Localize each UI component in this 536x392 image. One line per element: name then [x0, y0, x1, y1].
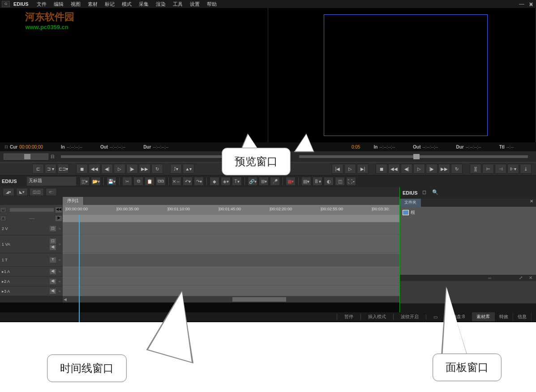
dur-value-r[interactable]: --:--:--;--	[466, 145, 481, 149]
marker-button[interactable]: ◈▾	[221, 177, 231, 186]
next-frame-button-r[interactable]: |▶	[426, 164, 437, 174]
in-value-l[interactable]: --:--:--;--	[67, 145, 82, 149]
minimize-icon[interactable]: —	[519, 1, 524, 7]
ttl-value[interactable]: --:--	[506, 145, 514, 149]
split-button[interactable]: ⊢	[482, 164, 494, 174]
in-value-r[interactable]: --:--:--;--	[379, 145, 395, 149]
bottom-tab-info[interactable]: 信息	[513, 312, 532, 321]
menu-clip[interactable]: 素材	[84, 1, 101, 8]
project-name[interactable]: 无标题	[27, 177, 76, 186]
track-lane-2a[interactable]	[63, 277, 399, 286]
next-edit-button[interactable]: ▶|	[357, 164, 369, 174]
mixer-button[interactable]: 🎚▾	[313, 177, 322, 186]
track-header-3a[interactable]: ▸3 A ◀) ≈	[0, 286, 63, 296]
track-lane-3a[interactable]	[63, 286, 399, 296]
program-preview[interactable]	[268, 8, 536, 142]
set-in-button[interactable]: ⊏	[32, 164, 44, 174]
loop-button-l[interactable]: ↻	[151, 164, 163, 174]
group-button[interactable]: ⊞▾	[259, 177, 269, 186]
sequence-tab[interactable]: 序列1	[63, 197, 84, 205]
fforward-button-r[interactable]: ▶▶	[438, 164, 450, 174]
bottom-tab-bin[interactable]: 素材库	[472, 312, 495, 321]
menu-view[interactable]: 视图	[67, 1, 84, 8]
color-button[interactable]: ◐	[324, 177, 334, 186]
new-sequence-button[interactable]: ◫▾	[80, 177, 90, 186]
title-toggle-icon[interactable]: T	[50, 257, 56, 263]
menu-tools[interactable]: 工具	[169, 1, 186, 8]
export-button[interactable]: ⤓	[520, 164, 532, 174]
folder-icon[interactable]: ◻	[422, 189, 430, 196]
prev-frame-button-r[interactable]: ◀|	[401, 164, 412, 174]
timeline-ruler[interactable]: |00:00:00:00 |00:00:35:00 |00:01:10:00 |…	[63, 205, 399, 215]
goto-end-icon[interactable]: |▶	[56, 216, 62, 221]
track-header-1a[interactable]: ▸1 A ◀) ≈	[0, 267, 63, 277]
menu-edit[interactable]: 编辑	[50, 1, 67, 8]
program-scrubber[interactable]	[299, 155, 528, 158]
render-region-button[interactable]: ▦▾	[286, 177, 296, 186]
insert-button[interactable]: ⤴▾	[170, 164, 182, 174]
track-header-1t[interactable]: 1 T T ≈	[0, 253, 63, 267]
audio-toggle-icon[interactable]: ◀)	[50, 269, 56, 274]
track-header-1va[interactable]: 1 VA 日 ◀) ≈	[0, 235, 63, 253]
video-toggle-icon[interactable]: 日	[50, 239, 56, 244]
folder-tab[interactable]: 文件夹	[400, 199, 421, 207]
copy-button[interactable]: ⧉	[133, 177, 143, 186]
cut-button[interactable]: ✂	[122, 177, 132, 186]
tree-root-item[interactable]: 根	[402, 209, 534, 217]
play-button-r[interactable]: ▷	[413, 164, 425, 174]
menu-file[interactable]: 文件	[33, 1, 50, 8]
layout2-button[interactable]: ◫	[335, 177, 345, 186]
play-around-button[interactable]: ▷	[344, 164, 356, 174]
mic-button[interactable]: 🎤	[270, 177, 280, 186]
snap-button[interactable]: ◆	[210, 177, 219, 186]
out-value-r[interactable]: --:--:--;--	[422, 145, 438, 149]
loop-button-r[interactable]: ↻	[451, 164, 463, 174]
rewind-button-r[interactable]: ◀◀	[388, 164, 400, 174]
paste-button[interactable]: 📋	[145, 177, 154, 186]
paste-attr-button[interactable]: ⧉⧉	[156, 177, 166, 186]
bin-content-area[interactable]	[400, 281, 536, 303]
fullscreen-button[interactable]: ⛶▾	[346, 177, 356, 186]
sub-close-icon[interactable]: ✕	[529, 275, 532, 280]
mode-multicam-button[interactable]: ◫◫	[30, 188, 44, 196]
layout-button[interactable]: ▤▾	[301, 177, 311, 186]
prev-edit-button[interactable]: |◀	[332, 164, 343, 174]
ripple-trim-button[interactable]: ⊩▾	[507, 164, 519, 174]
video-toggle-icon[interactable]: 日	[50, 226, 56, 231]
stop-button-l[interactable]: ◼	[76, 164, 88, 174]
track-header-2a[interactable]: ▸2 A ◀) ≈	[0, 277, 63, 286]
menu-mode[interactable]: 模式	[118, 1, 135, 8]
menu-settings[interactable]: 设置	[186, 1, 203, 8]
title-button[interactable]: T▾	[232, 177, 242, 186]
track-lane-1t[interactable]	[63, 253, 399, 267]
bottom-tab-effects[interactable]: 特效	[495, 312, 513, 321]
tab-close-icon[interactable]: ✕	[527, 199, 536, 207]
nav-a-icon[interactable]: A	[0, 216, 6, 221]
set-out-button[interactable]: ⊐ ▾	[45, 164, 56, 174]
cur-value-r[interactable]: 0:05	[352, 145, 360, 149]
prev-frame-button-l[interactable]: ◀|	[101, 164, 113, 174]
menu-render[interactable]: 渲染	[152, 1, 169, 8]
link-button[interactable]: 🔗▾	[248, 177, 257, 186]
jog-shuttle-left[interactable]	[4, 153, 48, 160]
zoom-out-icon[interactable]: ◀◀	[56, 207, 62, 213]
ripple-delete-button[interactable]: ✕↔	[172, 177, 181, 186]
clear-button[interactable]: ⊏⊐▾	[57, 164, 69, 174]
mode-trim-button[interactable]: ◣▾	[16, 188, 28, 196]
rewind-button-l[interactable]: ◀◀	[89, 164, 100, 174]
overwrite-button[interactable]: ▲▾	[183, 164, 194, 174]
stop-button-r[interactable]: ◼	[376, 164, 387, 174]
save-button[interactable]: 💾▾	[107, 177, 116, 186]
nav-v-icon[interactable]: ⊔	[0, 207, 6, 213]
redo-button[interactable]: ↷▾	[194, 177, 204, 186]
panel-divider[interactable]: ═ ⤢ ✕	[400, 275, 536, 281]
menu-help[interactable]: 帮助	[203, 1, 220, 8]
divider-handle-icon[interactable]: ═	[488, 276, 491, 281]
track-lane-2v[interactable]	[63, 222, 399, 235]
menu-marker[interactable]: 标记	[101, 1, 118, 8]
open-button[interactable]: 📂▾	[91, 177, 101, 186]
cur-value[interactable]: 00:00:00;00	[19, 145, 43, 149]
track-header-2v[interactable]: 2 V 日 ≈	[0, 222, 63, 235]
mode-sync-button[interactable]: ⊂:	[46, 188, 57, 196]
out-value-l[interactable]: --:--:--;--	[110, 145, 125, 149]
